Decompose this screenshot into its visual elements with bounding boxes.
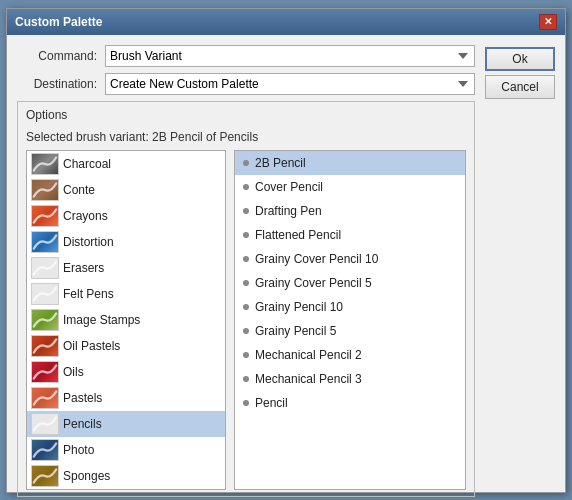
bullet-icon — [243, 208, 249, 214]
list-item[interactable]: Photo — [27, 437, 225, 463]
brush-icon — [31, 231, 59, 253]
options-label: Options — [26, 108, 466, 122]
variant-list-item[interactable]: Flattened Pencil — [235, 223, 465, 247]
bullet-icon — [243, 184, 249, 190]
variant-list-item[interactable]: Cover Pencil — [235, 175, 465, 199]
variant-list-item[interactable]: Pencil — [235, 391, 465, 415]
ok-button[interactable]: Ok — [485, 47, 555, 71]
brush-icon — [31, 309, 59, 331]
brush-category-list[interactable]: CharcoalConteCrayonsDistortionErasersFel… — [26, 150, 226, 490]
variant-label: Grainy Pencil 5 — [255, 324, 336, 338]
close-button[interactable]: ✕ — [539, 14, 557, 30]
options-section: Options Selected brush variant: 2B Penci… — [17, 101, 475, 497]
variant-list-item[interactable]: Grainy Cover Pencil 5 — [235, 271, 465, 295]
bullet-icon — [243, 280, 249, 286]
bullet-icon — [243, 160, 249, 166]
destination-row: Destination: Create New Custom Palette — [17, 73, 475, 95]
list-item[interactable]: Pencils — [27, 411, 225, 437]
item-label: Sponges — [63, 469, 221, 483]
list-item[interactable]: Charcoal — [27, 151, 225, 177]
item-label: Oil Pastels — [63, 339, 221, 353]
variant-label: Mechanical Pencil 2 — [255, 348, 362, 362]
item-label: Distortion — [63, 235, 221, 249]
command-select[interactable]: Brush Variant — [105, 45, 475, 67]
bullet-icon — [243, 400, 249, 406]
variant-list-item[interactable]: Mechanical Pencil 3 — [235, 367, 465, 391]
bullet-icon — [243, 304, 249, 310]
item-label: Felt Pens — [63, 287, 221, 301]
variant-label: Grainy Pencil 10 — [255, 300, 343, 314]
list-item[interactable]: Oil Pastels — [27, 333, 225, 359]
variant-list-item[interactable]: 2B Pencil — [235, 151, 465, 175]
brush-icon — [31, 387, 59, 409]
selected-info: Selected brush variant: 2B Pencil of Pen… — [26, 130, 466, 144]
list-item[interactable]: Conte — [27, 177, 225, 203]
list-item[interactable]: Distortion — [27, 229, 225, 255]
list-item[interactable]: Oils — [27, 359, 225, 385]
variant-label: Mechanical Pencil 3 — [255, 372, 362, 386]
item-label: Image Stamps — [63, 313, 221, 327]
title-bar: Custom Palette ✕ — [7, 9, 565, 35]
item-label: Conte — [63, 183, 221, 197]
variant-label: Cover Pencil — [255, 180, 323, 194]
variant-label: Grainy Cover Pencil 5 — [255, 276, 372, 290]
command-label: Command: — [17, 49, 97, 63]
list-item[interactable]: Pastels — [27, 385, 225, 411]
variant-list-item[interactable]: Drafting Pen — [235, 199, 465, 223]
list-item[interactable]: Image Stamps — [27, 307, 225, 333]
dialog-body: Command: Brush Variant Destination: Crea… — [7, 35, 565, 501]
bullet-icon — [243, 376, 249, 382]
variant-label: Flattened Pencil — [255, 228, 341, 242]
variant-label: 2B Pencil — [255, 156, 306, 170]
brush-icon — [31, 257, 59, 279]
list-item[interactable]: Felt Pens — [27, 281, 225, 307]
command-row: Command: Brush Variant — [17, 45, 475, 67]
brush-icon — [31, 465, 59, 487]
panels-container: CharcoalConteCrayonsDistortionErasersFel… — [26, 150, 466, 490]
variant-label: Drafting Pen — [255, 204, 322, 218]
button-column: Ok Cancel — [485, 45, 555, 99]
variant-list-item[interactable]: Grainy Pencil 10 — [235, 295, 465, 319]
brush-icon — [31, 413, 59, 435]
cancel-button[interactable]: Cancel — [485, 75, 555, 99]
item-label: Pencils — [63, 417, 221, 431]
item-label: Photo — [63, 443, 221, 457]
destination-label: Destination: — [17, 77, 97, 91]
destination-select[interactable]: Create New Custom Palette — [105, 73, 475, 95]
custom-palette-dialog: Custom Palette ✕ Command: Brush Variant … — [6, 8, 566, 493]
brush-icon — [31, 361, 59, 383]
bullet-icon — [243, 232, 249, 238]
main-content: Command: Brush Variant Destination: Crea… — [17, 45, 555, 497]
item-label: Oils — [63, 365, 221, 379]
bullet-icon — [243, 328, 249, 334]
variant-list-item[interactable]: Grainy Cover Pencil 10 — [235, 247, 465, 271]
brush-icon — [31, 205, 59, 227]
list-item[interactable]: Sponges — [27, 463, 225, 489]
brush-icon — [31, 335, 59, 357]
variant-list-item[interactable]: Mechanical Pencil 2 — [235, 343, 465, 367]
item-label: Pastels — [63, 391, 221, 405]
dialog-title: Custom Palette — [15, 15, 102, 29]
brush-icon — [31, 283, 59, 305]
item-label: Crayons — [63, 209, 221, 223]
brush-icon — [31, 153, 59, 175]
bullet-icon — [243, 256, 249, 262]
variant-label: Grainy Cover Pencil 10 — [255, 252, 378, 266]
variant-list-item[interactable]: Grainy Pencil 5 — [235, 319, 465, 343]
list-item[interactable]: Crayons — [27, 203, 225, 229]
brush-variant-list[interactable]: 2B PencilCover PencilDrafting PenFlatten… — [234, 150, 466, 490]
brush-icon — [31, 179, 59, 201]
bullet-icon — [243, 352, 249, 358]
item-label: Charcoal — [63, 157, 221, 171]
item-label: Erasers — [63, 261, 221, 275]
list-item[interactable]: Erasers — [27, 255, 225, 281]
brush-icon — [31, 439, 59, 461]
variant-label: Pencil — [255, 396, 288, 410]
